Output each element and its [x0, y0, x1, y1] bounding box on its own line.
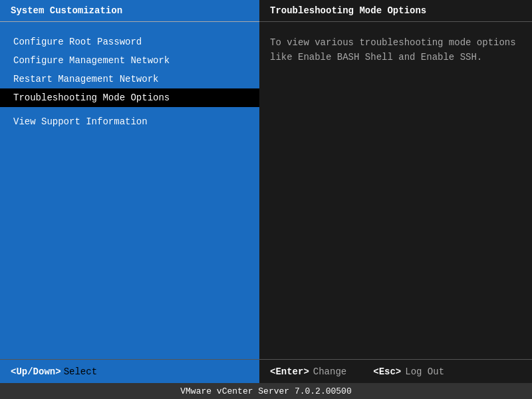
shortcut-label: Log Out	[405, 366, 444, 377]
shortcut-enter: <Enter>Change	[270, 366, 346, 377]
left-panel: System Customization Configure Root Pass…	[0, 0, 259, 359]
main-area: System Customization Configure Root Pass…	[0, 0, 532, 359]
right-bottom-bar: <Enter>Change<Esc>Log Out	[259, 360, 532, 383]
right-panel-header: Troubleshooting Mode Options	[259, 0, 532, 22]
menu-item-configure-management-network[interactable]: Configure Management Network	[0, 51, 259, 70]
menu-spacer	[0, 107, 259, 112]
up-down-key: <Up/Down>	[11, 366, 61, 377]
left-panel-title: System Customization	[11, 5, 122, 16]
shortcut-label: Change	[313, 366, 346, 377]
shortcut-key: <Esc>	[373, 366, 401, 377]
shortcut-esc: <Esc>Log Out	[373, 366, 444, 377]
left-panel-header: System Customization	[0, 0, 259, 22]
right-panel-description: To view various troubleshooting mode opt…	[259, 22, 532, 359]
status-bar: VMware vCenter Server 7.0.2.00500	[0, 383, 532, 399]
menu-item-restart-management-network[interactable]: Restart Management Network	[0, 70, 259, 88]
left-menu: Configure Root PasswordConfigure Managem…	[0, 22, 259, 359]
shortcut-key: <Enter>	[270, 366, 309, 377]
left-bottom-bar: <Up/Down> Select	[0, 360, 259, 383]
right-panel-title: Troubleshooting Mode Options	[270, 5, 426, 16]
bottom-bar: <Up/Down> Select <Enter>Change<Esc>Log O…	[0, 359, 532, 383]
status-text: VMware vCenter Server 7.0.2.00500	[180, 386, 351, 396]
app-container: System Customization Configure Root Pass…	[0, 0, 532, 399]
menu-item-view-support-information[interactable]: View Support Information	[0, 112, 259, 131]
description-text: To view various troubleshooting mode opt…	[270, 37, 516, 63]
right-panel: Troubleshooting Mode Options To view var…	[259, 0, 532, 359]
select-label: Select	[64, 366, 97, 377]
menu-item-troubleshooting-mode-options[interactable]: Troubleshooting Mode Options	[0, 88, 259, 107]
menu-item-configure-root-password[interactable]: Configure Root Password	[0, 33, 259, 51]
